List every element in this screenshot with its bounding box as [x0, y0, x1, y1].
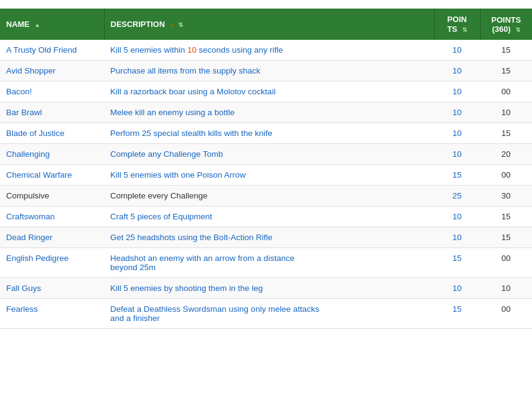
sort-arrows-description: ⇅ [178, 21, 183, 28]
table-row: Dead RingerGet 25 headshots using the Bo… [0, 227, 532, 248]
table-row: English PedigreeHeadshot an enemy with a… [0, 248, 532, 278]
achievement-points: 10 [434, 227, 480, 248]
achievement-name: Compulsive [0, 186, 104, 206]
achievement-description: Headshot an enemy with an arrow from a d… [104, 248, 434, 278]
achievement-description: Kill 5 enemies with one Poison Arrow [104, 165, 434, 186]
achievement-points360: 00 [480, 299, 532, 329]
achievement-points: 10 [434, 102, 480, 123]
achievement-points360: 10 [480, 278, 532, 299]
achievement-points360: 30 [480, 186, 532, 206]
achievement-description: Complete every Challenge [104, 186, 434, 206]
achievement-points360: 15 [480, 227, 532, 248]
table-row: Avid ShopperPurchase all items from the … [0, 61, 532, 81]
col-name[interactable]: NAME ▲ [0, 9, 104, 40]
col-points[interactable]: POIN TS ⇅ [434, 9, 480, 40]
table-row: FearlessDefeat a Deathless Swordsman usi… [0, 299, 532, 329]
achievement-description: Defeat a Deathless Swordsman using only … [104, 299, 434, 329]
achievement-points360: 15 [480, 61, 532, 81]
table-row: A Trusty Old FriendKill 5 enemies within… [0, 40, 532, 61]
table-row: ChallengingComplete any Challenge Tomb10… [0, 144, 532, 165]
achievement-points360: 20 [480, 144, 532, 165]
achievement-points: 10 [434, 61, 480, 81]
achievement-points360: 00 [480, 248, 532, 278]
col-description[interactable]: DESCRIPTION ⬧ ⇅ [104, 9, 434, 40]
achievement-name: Bacon! [0, 81, 104, 102]
achievement-description: Perform 25 special stealth kills with th… [104, 123, 434, 144]
table-row: Bacon!Kill a razorback boar using a Molo… [0, 81, 532, 102]
achievement-description: Melee kill an enemy using a bottle [104, 102, 434, 123]
achievement-name: English Pedigree [0, 248, 104, 278]
achievement-name: Avid Shopper [0, 61, 104, 81]
achievement-points: 10 [434, 123, 480, 144]
achievement-points: 10 [434, 40, 480, 61]
achievement-name: Challenging [0, 144, 104, 165]
achievement-name: Dead Ringer [0, 227, 104, 248]
achievements-table: NAME ▲ DESCRIPTION ⬧ ⇅ POIN TS ⇅ POINTS(… [0, 9, 532, 329]
achievement-points360: 00 [480, 81, 532, 102]
achievement-points: 25 [434, 186, 480, 206]
achievement-name: Blade of Justice [0, 123, 104, 144]
achievement-points: 10 [434, 278, 480, 299]
achievement-points: 10 [434, 206, 480, 227]
achievement-points360: 15 [480, 123, 532, 144]
table-row: Blade of JusticePerform 25 special steal… [0, 123, 532, 144]
table-row: Fall GuysKill 5 enemies by shooting them… [0, 278, 532, 299]
achievement-name: Fall Guys [0, 278, 104, 299]
achievement-description: Purchase all items from the supply shack [104, 61, 434, 81]
achievement-points360: 15 [480, 206, 532, 227]
achievement-description: Get 25 headshots using the Bolt-Action R… [104, 227, 434, 248]
page-title [0, 0, 532, 9]
achievement-points: 15 [434, 299, 480, 329]
sort-icon-description: ⬧ [170, 21, 173, 28]
table-row: Chemical WarfareKill 5 enemies with one … [0, 165, 532, 186]
achievement-description: Craft 5 pieces of Equipment [104, 206, 434, 227]
sort-icon-name: ▲ [34, 21, 40, 28]
achievement-points: 10 [434, 81, 480, 102]
achievement-name: Fearless [0, 299, 104, 329]
achievement-points360: 15 [480, 40, 532, 61]
achievement-points: 10 [434, 144, 480, 165]
achievement-name: A Trusty Old Friend [0, 40, 104, 61]
achievement-points: 15 [434, 248, 480, 278]
table-row: CraftswomanCraft 5 pieces of Equipment10… [0, 206, 532, 227]
achievement-points360: 10 [480, 102, 532, 123]
achievement-points360: 00 [480, 165, 532, 186]
achievement-description: Kill 5 enemies by shooting them in the l… [104, 278, 434, 299]
achievement-description: Kill 5 enemies within 10 seconds using a… [104, 40, 434, 61]
achievement-name: Bar Brawl [0, 102, 104, 123]
achievement-name: Craftswoman [0, 206, 104, 227]
achievement-points: 15 [434, 165, 480, 186]
sort-icon-points360: ⇅ [515, 26, 520, 33]
achievement-description: Kill a razorback boar using a Molotov co… [104, 81, 434, 102]
table-row: Bar BrawlMelee kill an enemy using a bot… [0, 102, 532, 123]
col-points360[interactable]: POINTS(360) ⇅ [480, 9, 532, 40]
achievement-name: Chemical Warfare [0, 165, 104, 186]
table-row: CompulsiveComplete every Challenge2530 [0, 186, 532, 206]
achievement-description: Complete any Challenge Tomb [104, 144, 434, 165]
